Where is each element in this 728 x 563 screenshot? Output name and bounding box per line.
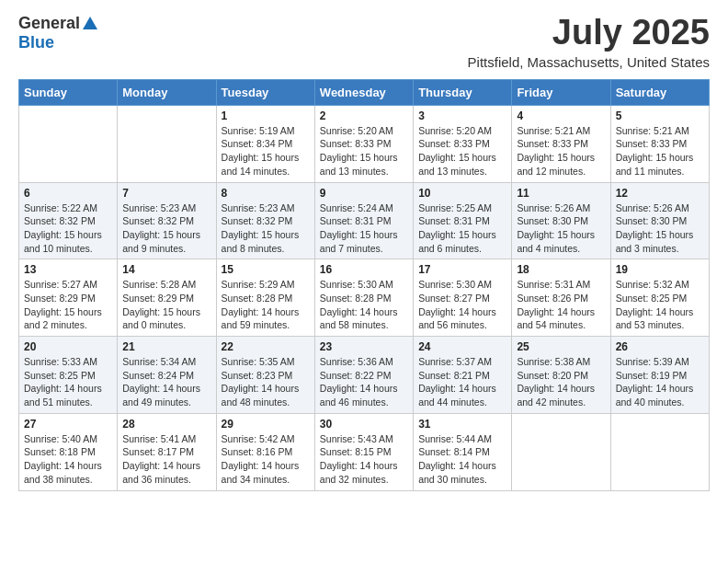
page: General Blue July 2025 Pittsfield, Massa…	[0, 0, 728, 563]
day-number: 18	[517, 263, 605, 276]
day-number: 16	[320, 263, 408, 276]
calendar-cell: 19 Sunrise: 5:32 AM Sunset: 8:25 PM Dayl…	[610, 259, 709, 337]
day-info: Sunrise: 5:26 AM Sunset: 8:30 PM Dayligh…	[616, 201, 704, 256]
header: General Blue July 2025 Pittsfield, Massa…	[18, 14, 710, 70]
day-info: Sunrise: 5:24 AM Sunset: 8:31 PM Dayligh…	[320, 201, 408, 256]
day-number: 13	[24, 263, 112, 276]
day-number: 28	[122, 418, 210, 431]
sunrise-text: Sunrise: 5:19 AM	[222, 125, 295, 136]
sunrise-text: Sunrise: 5:31 AM	[517, 279, 590, 290]
day-info: Sunrise: 5:21 AM Sunset: 8:33 PM Dayligh…	[517, 124, 605, 178]
calendar-cell: 30 Sunrise: 5:43 AM Sunset: 8:15 PM Dayl…	[314, 413, 413, 490]
calendar-cell: 23 Sunrise: 5:36 AM Sunset: 8:22 PM Dayl…	[314, 337, 413, 414]
day-number: 6	[24, 187, 112, 200]
logo-triangle-icon	[83, 17, 97, 29]
calendar-cell: 24 Sunrise: 5:37 AM Sunset: 8:21 PM Dayl…	[414, 337, 512, 414]
sunset-text: Sunset: 8:27 PM	[418, 293, 490, 304]
daylight-text: Daylight: 14 hours and 40 minutes.	[616, 383, 694, 408]
sunrise-text: Sunrise: 5:37 AM	[418, 356, 492, 367]
day-number: 30	[320, 418, 408, 431]
day-number: 14	[122, 263, 210, 276]
header-wednesday: Wednesday	[314, 79, 413, 105]
day-number: 29	[222, 418, 310, 431]
day-number: 2	[320, 109, 408, 122]
day-info: Sunrise: 5:39 AM Sunset: 8:19 PM Dayligh…	[616, 355, 704, 409]
daylight-text: Daylight: 14 hours and 49 minutes.	[122, 383, 200, 408]
day-info: Sunrise: 5:35 AM Sunset: 8:23 PM Dayligh…	[222, 355, 310, 409]
day-number: 8	[222, 187, 310, 200]
day-info: Sunrise: 5:27 AM Sunset: 8:29 PM Dayligh…	[24, 278, 112, 332]
day-info: Sunrise: 5:21 AM Sunset: 8:33 PM Dayligh…	[616, 124, 704, 178]
day-info: Sunrise: 5:38 AM Sunset: 8:20 PM Dayligh…	[517, 355, 605, 409]
sunset-text: Sunset: 8:24 PM	[122, 370, 194, 381]
day-number: 12	[616, 187, 704, 200]
sunset-text: Sunset: 8:33 PM	[418, 138, 490, 149]
sunset-text: Sunset: 8:31 PM	[418, 215, 490, 226]
header-friday: Friday	[512, 79, 610, 105]
week-row-2: 6 Sunrise: 5:22 AM Sunset: 8:32 PM Dayli…	[19, 182, 710, 259]
sunset-text: Sunset: 8:16 PM	[222, 446, 293, 457]
calendar-cell: 1 Sunrise: 5:19 AM Sunset: 8:34 PM Dayli…	[216, 105, 314, 182]
sunrise-text: Sunrise: 5:35 AM	[222, 356, 295, 367]
daylight-text: Daylight: 14 hours and 36 minutes.	[122, 460, 200, 485]
sunset-text: Sunset: 8:18 PM	[24, 446, 96, 457]
day-info: Sunrise: 5:42 AM Sunset: 8:16 PM Dayligh…	[222, 432, 310, 487]
day-info: Sunrise: 5:26 AM Sunset: 8:30 PM Dayligh…	[517, 201, 605, 256]
sunrise-text: Sunrise: 5:20 AM	[320, 125, 393, 136]
day-number: 31	[418, 418, 506, 431]
day-number: 9	[320, 187, 408, 200]
sunset-text: Sunset: 8:19 PM	[616, 370, 688, 381]
day-number: 10	[418, 187, 506, 200]
calendar-cell: 15 Sunrise: 5:29 AM Sunset: 8:28 PM Dayl…	[216, 259, 314, 337]
calendar-cell: 21 Sunrise: 5:34 AM Sunset: 8:24 PM Dayl…	[118, 337, 216, 414]
calendar-cell: 20 Sunrise: 5:33 AM Sunset: 8:25 PM Dayl…	[19, 337, 118, 414]
location-title: Pittsfield, Massachusetts, United States	[468, 54, 710, 70]
sunset-text: Sunset: 8:25 PM	[616, 293, 688, 304]
sunset-text: Sunset: 8:25 PM	[24, 370, 96, 381]
daylight-text: Daylight: 15 hours and 13 minutes.	[418, 152, 496, 177]
calendar-cell: 29 Sunrise: 5:42 AM Sunset: 8:16 PM Dayl…	[216, 413, 314, 490]
logo-blue-text: Blue	[18, 33, 54, 52]
daylight-text: Daylight: 14 hours and 34 minutes.	[222, 460, 300, 485]
daylight-text: Daylight: 14 hours and 54 minutes.	[517, 306, 595, 331]
day-info: Sunrise: 5:30 AM Sunset: 8:27 PM Dayligh…	[418, 278, 506, 332]
day-info: Sunrise: 5:23 AM Sunset: 8:32 PM Dayligh…	[222, 201, 310, 256]
calendar-cell: 2 Sunrise: 5:20 AM Sunset: 8:33 PM Dayli…	[314, 105, 413, 182]
sunset-text: Sunset: 8:34 PM	[222, 138, 293, 149]
day-number: 15	[222, 263, 310, 276]
day-number: 1	[222, 109, 310, 122]
sunset-text: Sunset: 8:28 PM	[320, 293, 392, 304]
sunset-text: Sunset: 8:15 PM	[320, 446, 392, 457]
day-number: 7	[122, 187, 210, 200]
calendar-cell: 8 Sunrise: 5:23 AM Sunset: 8:32 PM Dayli…	[216, 182, 314, 259]
sunset-text: Sunset: 8:30 PM	[616, 215, 688, 226]
sunset-text: Sunset: 8:28 PM	[222, 293, 293, 304]
sunrise-text: Sunrise: 5:27 AM	[24, 279, 97, 290]
sunset-text: Sunset: 8:32 PM	[122, 215, 194, 226]
day-number: 5	[616, 109, 704, 122]
week-row-1: 1 Sunrise: 5:19 AM Sunset: 8:34 PM Dayli…	[19, 105, 710, 182]
sunrise-text: Sunrise: 5:41 AM	[122, 433, 196, 444]
day-info: Sunrise: 5:43 AM Sunset: 8:15 PM Dayligh…	[320, 432, 408, 487]
logo-general-text: General	[18, 14, 80, 33]
sunset-text: Sunset: 8:21 PM	[418, 370, 490, 381]
sunset-text: Sunset: 8:33 PM	[517, 138, 588, 149]
logo: General Blue	[18, 14, 97, 52]
sunset-text: Sunset: 8:32 PM	[222, 215, 293, 226]
daylight-text: Daylight: 14 hours and 46 minutes.	[320, 383, 398, 408]
daylight-text: Daylight: 14 hours and 44 minutes.	[418, 383, 496, 408]
sunset-text: Sunset: 8:22 PM	[320, 370, 392, 381]
sunrise-text: Sunrise: 5:25 AM	[418, 202, 492, 213]
day-info: Sunrise: 5:31 AM Sunset: 8:26 PM Dayligh…	[517, 278, 605, 332]
daylight-text: Daylight: 14 hours and 32 minutes.	[320, 460, 398, 485]
sunrise-text: Sunrise: 5:28 AM	[122, 279, 196, 290]
calendar-cell: 9 Sunrise: 5:24 AM Sunset: 8:31 PM Dayli…	[314, 182, 413, 259]
sunset-text: Sunset: 8:23 PM	[222, 370, 293, 381]
sunset-text: Sunset: 8:29 PM	[24, 293, 96, 304]
day-number: 20	[24, 340, 112, 353]
day-number: 11	[517, 187, 605, 200]
daylight-text: Daylight: 15 hours and 4 minutes.	[517, 229, 595, 254]
day-info: Sunrise: 5:28 AM Sunset: 8:29 PM Dayligh…	[122, 278, 210, 332]
sunrise-text: Sunrise: 5:36 AM	[320, 356, 393, 367]
weekday-header-row: Sunday Monday Tuesday Wednesday Thursday…	[19, 79, 710, 105]
